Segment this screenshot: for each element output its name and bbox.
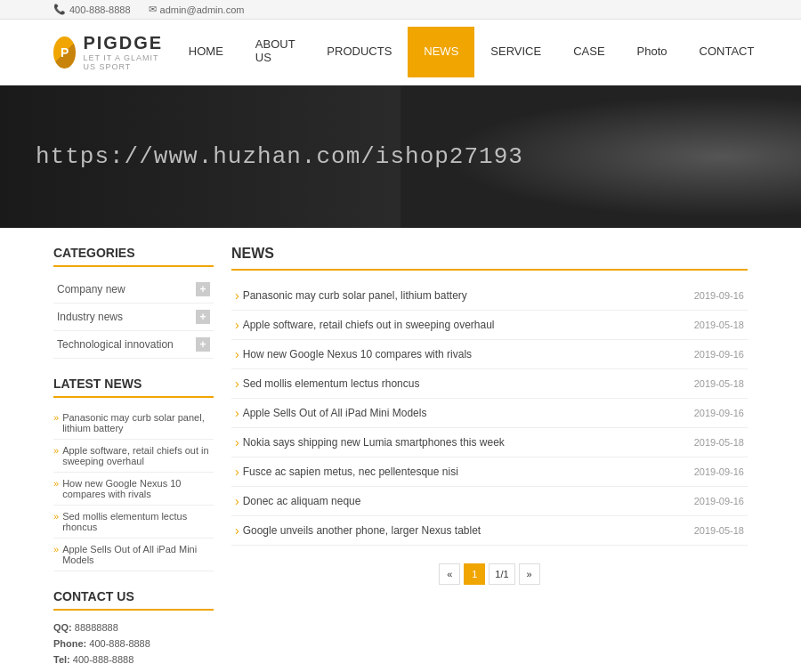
news-item-date: 2019-05-18 [694, 437, 744, 448]
news-item-title: Donec ac aliquam neque [243, 495, 694, 507]
topbar-phone: 📞 400-888-8888 [53, 4, 131, 15]
latest-news-item[interactable]: Apple software, retail chiefs out in swe… [53, 440, 214, 473]
news-list-item[interactable]: Sed mollis elementum lectus rhoncus 2019… [231, 369, 748, 399]
news-item-title: Panasonic may curb solar panel, lithium … [243, 289, 694, 302]
news-item-date: 2019-09-16 [694, 466, 744, 477]
pagination: « 1 1/1 » [231, 563, 748, 585]
logo-icon: P [53, 36, 76, 69]
phone-number: 400-888-8888 [69, 4, 131, 15]
phone-icon: 📞 [53, 4, 66, 15]
email-icon: ✉ [149, 4, 157, 15]
news-list-item[interactable]: Donec ac aliquam neque 2019-09-16 [231, 487, 748, 516]
news-item-title: Fusce ac sapien metus, nec pellentesque … [243, 466, 694, 478]
news-list-item[interactable]: Panasonic may curb solar panel, lithium … [231, 281, 748, 311]
hero-url: https://www.huzhan.com/ishop27193 [36, 143, 523, 170]
nav-item-news[interactable]: NEWS [408, 27, 474, 77]
expand-icon: + [196, 282, 210, 296]
nav-item-photo[interactable]: Photo [621, 27, 684, 77]
logo[interactable]: P PIGDGE LET IT A GLAMIT US SPORT [53, 33, 173, 71]
hero-banner: https://www.huzhan.com/ishop27193 [0, 85, 801, 228]
news-item-title: Apple software, retail chiefs out in swe… [243, 319, 694, 331]
topbar-email: ✉ admin@admin.com [149, 4, 245, 15]
logo-slogan: LET IT A GLAMIT US SPORT [83, 53, 172, 71]
categories-title: CATEGORIES [53, 246, 214, 267]
nav-item-about[interactable]: ABOUT US [239, 27, 312, 77]
sidebar-contact-line: Email: 88888888 [53, 668, 214, 672]
latest-news-text: Sed mollis elementum lectus rhoncus [62, 511, 214, 532]
categories-list: Company new+Industry news+Technological … [53, 276, 214, 359]
pagination-next[interactable]: » [519, 563, 540, 585]
news-item-title: Google unveils another phone, larger Nex… [243, 524, 694, 537]
news-item-date: 2019-09-16 [694, 408, 744, 418]
latest-news-text: Apple software, retail chiefs out in swe… [62, 445, 214, 466]
news-list-item[interactable]: Google unveils another phone, larger Nex… [231, 516, 748, 546]
nav-item-products[interactable]: PRODUCTS [311, 27, 408, 77]
latest-news-item[interactable]: How new Google Nexus 10 compares with ri… [53, 473, 214, 506]
sidebar-category-item[interactable]: Technological innovation+ [53, 331, 214, 359]
news-section-title: NEWS [231, 246, 748, 271]
news-section: NEWS Panasonic may curb solar panel, lit… [231, 246, 748, 672]
contact-us-section: CONTACT US QQ: 88888888Phone: 400-888-88… [53, 589, 214, 672]
news-list-item[interactable]: Fusce ac sapien metus, nec pellentesque … [231, 457, 748, 487]
sidebar-category-item[interactable]: Company new+ [53, 276, 214, 304]
latest-news-list: Panasonic may curb solar panel, lithium … [53, 407, 214, 571]
pagination-total: 1/1 [489, 563, 514, 585]
latest-news-section: LATEST NEWS Panasonic may curb solar pan… [53, 376, 214, 571]
latest-news-title: LATEST NEWS [53, 376, 214, 398]
sidebar: CATEGORIES Company new+Industry news+Tec… [53, 246, 214, 672]
news-item-date: 2019-05-18 [694, 525, 744, 536]
contact-us-title: CONTACT US [53, 589, 214, 611]
latest-news-item[interactable]: Panasonic may curb solar panel, lithium … [53, 407, 214, 440]
logo-text: PIGDGE LET IT A GLAMIT US SPORT [83, 33, 172, 71]
news-list-item[interactable]: Apple software, retail chiefs out in swe… [231, 311, 748, 340]
news-item-title: Nokia says shipping new Lumia smartphone… [243, 436, 694, 449]
news-list-item[interactable]: Apple Sells Out of All iPad Mini Models … [231, 399, 748, 428]
news-list: Panasonic may curb solar panel, lithium … [231, 281, 748, 546]
topbar: 📞 400-888-8888 ✉ admin@admin.com [0, 0, 801, 20]
logo-letter: P [61, 45, 69, 60]
nav-item-home[interactable]: HOME [173, 27, 239, 77]
latest-news-item[interactable]: Apple Sells Out of All iPad Mini Models [53, 538, 214, 571]
pagination-prev[interactable]: « [439, 563, 460, 585]
news-list-item[interactable]: Nokia says shipping new Lumia smartphone… [231, 428, 748, 457]
latest-news-text: How new Google Nexus 10 compares with ri… [62, 478, 214, 499]
category-label: Industry news [57, 311, 123, 323]
sidebar-contact-line: Phone: 400-888-8888 [53, 636, 214, 652]
news-item-date: 2019-09-16 [694, 349, 744, 360]
news-item-date: 2019-09-16 [694, 496, 744, 506]
expand-icon: + [196, 337, 210, 352]
news-item-title: How new Google Nexus 10 compares with ri… [243, 348, 694, 360]
main-content: CATEGORIES Company new+Industry news+Tec… [0, 228, 801, 672]
expand-icon: + [196, 310, 210, 324]
main-nav: HOMEABOUT USPRODUCTSNEWSSERVICECASEPhoto… [173, 27, 771, 77]
header: P PIGDGE LET IT A GLAMIT US SPORT HOMEAB… [0, 20, 801, 85]
nav-item-case[interactable]: CASE [557, 27, 620, 77]
pagination-current[interactable]: 1 [464, 563, 485, 585]
news-item-date: 2019-05-18 [694, 378, 744, 389]
news-list-item[interactable]: How new Google Nexus 10 compares with ri… [231, 340, 748, 369]
sidebar-contact-line: QQ: 88888888 [53, 619, 214, 636]
news-item-title: Sed mollis elementum lectus rhoncus [243, 377, 694, 390]
logo-name: PIGDGE [83, 33, 172, 53]
category-label: Technological innovation [57, 338, 174, 351]
news-item-date: 2019-05-18 [694, 320, 744, 330]
news-item-title: Apple Sells Out of All iPad Mini Models [243, 407, 694, 419]
category-label: Company new [57, 283, 125, 296]
categories-section: CATEGORIES Company new+Industry news+Tec… [53, 246, 214, 359]
latest-news-text: Panasonic may curb solar panel, lithium … [62, 412, 214, 433]
latest-news-item[interactable]: Sed mollis elementum lectus rhoncus [53, 506, 214, 538]
sidebar-contact-line: Tel: 400-888-8888 [53, 652, 214, 668]
nav-item-service[interactable]: SERVICE [474, 27, 557, 77]
contact-lines: QQ: 88888888Phone: 400-888-8888Tel: 400-… [53, 619, 214, 672]
email-address: admin@admin.com [160, 4, 245, 15]
sidebar-category-item[interactable]: Industry news+ [53, 304, 214, 331]
latest-news-text: Apple Sells Out of All iPad Mini Models [62, 544, 214, 565]
nav-item-contact[interactable]: CONTACT [684, 27, 771, 77]
news-item-date: 2019-09-16 [694, 290, 744, 301]
